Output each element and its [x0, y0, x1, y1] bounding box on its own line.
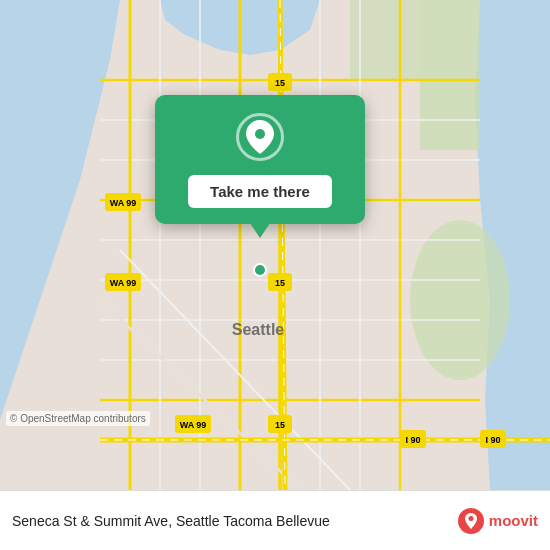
- moovit-logo: moovit: [457, 507, 538, 535]
- take-me-there-button[interactable]: Take me there: [188, 175, 332, 208]
- svg-rect-4: [420, 0, 480, 150]
- svg-point-48: [254, 264, 266, 276]
- svg-point-51: [468, 516, 473, 521]
- bottom-bar: Seneca St & Summit Ave, Seattle Tacoma B…: [0, 490, 550, 550]
- map-container: WA 99 WA 99 WA 99 15 15 15 I 90 I 90 Sea…: [0, 0, 550, 490]
- moovit-icon: [457, 507, 485, 535]
- svg-text:Seattle: Seattle: [232, 321, 285, 338]
- svg-point-49: [255, 129, 265, 139]
- map-attribution: © OpenStreetMap contributors: [6, 411, 150, 426]
- svg-text:15: 15: [275, 78, 285, 88]
- svg-text:I 90: I 90: [485, 435, 500, 445]
- popup-card: Take me there: [155, 95, 365, 224]
- svg-text:WA 99: WA 99: [180, 420, 207, 430]
- svg-point-6: [410, 220, 510, 380]
- svg-text:15: 15: [275, 420, 285, 430]
- svg-text:15: 15: [275, 278, 285, 288]
- svg-text:WA 99: WA 99: [110, 278, 137, 288]
- moovit-brand-text: moovit: [489, 512, 538, 529]
- svg-text:I 90: I 90: [405, 435, 420, 445]
- location-label: Seneca St & Summit Ave, Seattle Tacoma B…: [12, 513, 447, 529]
- location-pin-icon: [236, 113, 284, 161]
- svg-text:WA 99: WA 99: [110, 198, 137, 208]
